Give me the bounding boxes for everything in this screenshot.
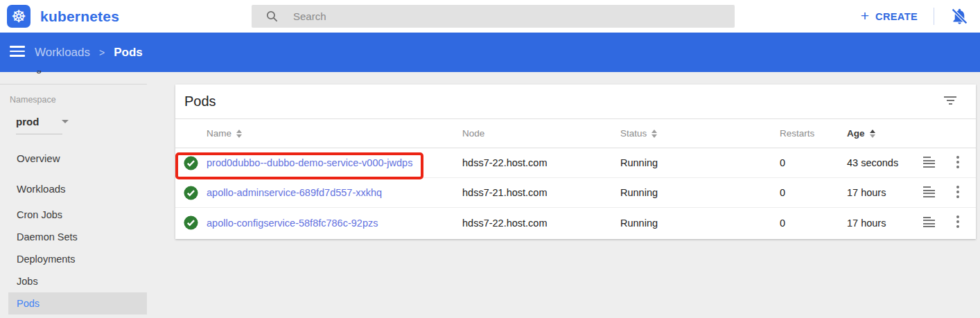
search-placeholder: Search [293,10,326,22]
pod-name-link[interactable]: prod0dubbo--dubbo-demo-service-v000-jwdp… [207,157,412,168]
namespace-select[interactable]: prod [16,116,69,127]
check-circle-icon [184,215,198,230]
sort-arrows-icon-active [870,130,875,138]
pod-name-link[interactable]: apollo-configservice-58f8fc786c-92pzs [207,218,378,229]
table-row: apollo-adminservice-689fd7d557-xxkhq hds… [175,178,976,208]
namespace-label: Namespace [10,95,56,105]
kebab-menu-icon[interactable] [956,156,959,170]
plus-icon: + [861,8,869,23]
namespace-value: prod [16,116,39,127]
column-header-name[interactable]: Name [207,128,462,139]
pod-age: 17 hours [847,187,923,198]
sidebar-workload-items: Cron Jobs Daemon Sets Deployments Jobs P… [8,204,147,315]
search-input[interactable]: Search [252,5,735,28]
notifications-off-button[interactable] [950,7,969,26]
breadcrumb-pods: Pods [114,46,143,60]
card-title: Pods [184,94,216,109]
logs-icon[interactable] [923,157,935,169]
create-button[interactable]: + CREATE [861,9,918,24]
sidebar-item-deployments[interactable]: Deployments [8,248,147,270]
sidebar-item-cron-jobs[interactable]: Cron Jobs [8,204,147,226]
sidebar-item-daemon-sets[interactable]: Daemon Sets [8,226,147,248]
kubernetes-brand[interactable]: ☸ kubernetes [7,5,119,28]
check-circle-icon [184,156,198,170]
hamburger-menu-icon[interactable] [10,46,25,60]
pod-status: Running [620,187,780,198]
topbar-actions: + CREATE [861,0,969,33]
sidebar-nav: g Namespace prod Overview Workloads Cron… [0,72,147,318]
column-header-status[interactable]: Status [620,128,780,139]
pod-status: Running [620,218,780,229]
breadcrumb-workloads[interactable]: Workloads [35,46,90,60]
pod-name-link[interactable]: apollo-adminservice-689fd7d557-xxkhq [207,187,382,198]
search-icon [265,10,279,23]
sidebar-item-jobs[interactable]: Jobs [8,270,147,292]
pod-restarts: 0 [780,157,847,168]
helm-wheel-glyph: ☸ [11,8,26,25]
column-header-restarts: Restarts [780,128,847,139]
pod-restarts: 0 [780,218,847,229]
table-row: apollo-configservice-58f8fc786c-92pzs hd… [175,208,976,238]
logs-icon[interactable] [923,217,935,229]
kubernetes-logo-icon: ☸ [7,5,30,28]
pod-age: 43 seconds [847,157,923,168]
sidebar-section-workloads[interactable]: Workloads [17,183,66,195]
sidebar-item-pods[interactable]: Pods [8,292,147,315]
column-header-node: Node [462,128,620,139]
pods-card: Pods Name Node Status Restarts Age [175,85,976,239]
column-header-age[interactable]: Age [847,128,923,139]
sidebar-item-overview[interactable]: Overview [17,152,60,164]
pod-status-ok-cell [175,215,207,230]
sidebar-divider [0,84,147,85]
namespace-underline [16,134,62,134]
card-header: Pods [175,85,976,119]
logs-icon[interactable] [923,186,935,199]
dropdown-arrow-icon [62,120,69,123]
sort-arrows-icon [236,130,242,138]
scrolled-item-fragment: g [36,71,49,76]
check-circle-icon [184,186,198,200]
notifications-off-icon [950,7,969,26]
pod-restarts: 0 [780,187,847,198]
pod-status-ok-cell [175,156,207,170]
pod-node: hdss7-22.host.com [462,218,620,229]
pod-age: 17 hours [847,218,923,229]
pod-node: hdss7-22.host.com [462,157,620,168]
vertical-divider [934,8,934,25]
table-row: prod0dubbo--dubbo-demo-service-v000-jwdp… [175,148,976,178]
breadcrumb: Workloads > Pods [35,46,143,60]
filter-list-icon[interactable] [944,96,956,107]
pod-status: Running [620,157,780,168]
sort-arrows-icon [651,130,657,138]
create-button-label: CREATE [875,11,918,22]
kebab-menu-icon[interactable] [956,186,959,200]
breadcrumb-separator-icon: > [99,47,105,58]
top-app-bar: ☸ kubernetes Search + CREATE [0,0,980,33]
kebab-menu-icon[interactable] [956,215,959,230]
pod-node: hdss7-21.host.com [462,187,620,198]
pod-status-ok-cell [175,186,207,200]
table-header-row: Name Node Status Restarts Age [175,119,976,148]
breadcrumb-bar: Workloads > Pods [0,33,980,72]
brand-title: kubernetes [40,8,119,25]
